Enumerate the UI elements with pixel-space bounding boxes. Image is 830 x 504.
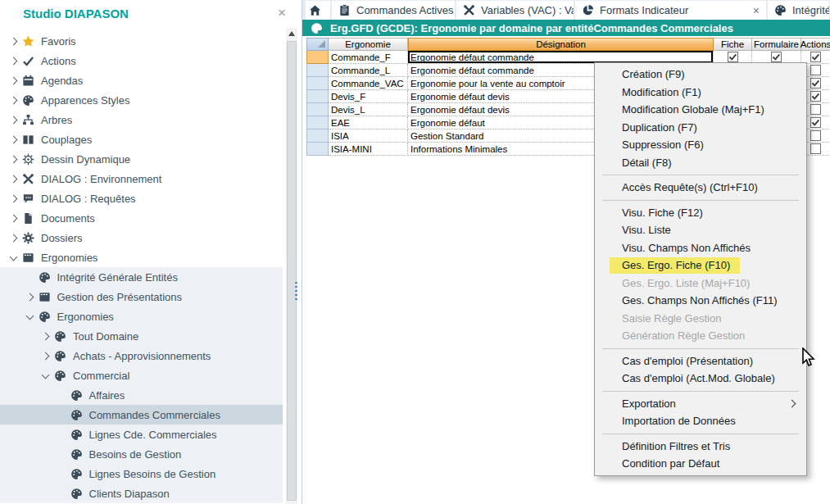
menu-item-creation-f9[interactable]: Création (F9) bbox=[595, 66, 806, 84]
chevron-right-icon[interactable] bbox=[7, 235, 20, 241]
chevron-down-icon[interactable] bbox=[7, 256, 20, 260]
menu-item-exportation[interactable]: Exportation bbox=[595, 395, 806, 413]
tab-close-icon[interactable]: × bbox=[454, 4, 456, 17]
chevron-right-icon[interactable] bbox=[7, 196, 20, 202]
menu-item-detail-f8[interactable]: Détail (F8) bbox=[595, 154, 806, 172]
menu-item-acces-requete-s-ctrl-f10[interactable]: Accès Requête(s) (Ctrl+F10) bbox=[595, 179, 806, 197]
sidebar-item-dossiers[interactable]: Dossiers bbox=[0, 228, 283, 247]
menu-item-suppression-f6[interactable]: Suppression (F6) bbox=[595, 136, 806, 154]
menu-item-duplication-f7[interactable]: Duplication (F7) bbox=[595, 119, 806, 137]
cell-ergonomie[interactable]: Devis_L bbox=[329, 103, 408, 116]
menu-item-cas-d-emploi-act-mod-globale[interactable]: Cas d'emploi (Act.Mod. Globale) bbox=[595, 370, 806, 388]
chevron-down-icon[interactable] bbox=[39, 374, 52, 378]
sidebar-item-actions[interactable]: Actions bbox=[0, 51, 283, 70]
tab-close-icon[interactable]: × bbox=[745, 4, 760, 17]
sidebar-item-ergonomies[interactable]: Ergonomies bbox=[0, 306, 283, 326]
menu-item-modification-globale-maj-f1[interactable]: Modification Globale (Maj+F1) bbox=[595, 101, 806, 119]
tab-commandes-actives[interactable]: Commandes Actives× bbox=[332, 1, 455, 20]
chevron-right-icon[interactable] bbox=[7, 39, 20, 44]
row-selector[interactable] bbox=[306, 51, 329, 64]
scroll-up-icon[interactable] bbox=[286, 28, 297, 39]
sidebar-item-arbres[interactable]: Arbres bbox=[0, 110, 283, 129]
sidebar-item-tout-domaine[interactable]: Tout Domaine bbox=[0, 326, 283, 346]
cell-ergonomie[interactable]: ISIA bbox=[329, 129, 408, 143]
sidebar-close-icon[interactable]: × bbox=[278, 6, 286, 20]
menu-item-cas-d-emploi-presentation[interactable]: Cas d'emploi (Présentation) bbox=[595, 352, 806, 370]
sidebar-item-apparences-styles[interactable]: Apparences Styles bbox=[0, 90, 283, 110]
tab-variables-vac-variabl[interactable]: Variables (VAC) : Variabl...× bbox=[456, 1, 574, 20]
sidebar-item-integrite-generale-entites[interactable]: Intégrité Générale Entités bbox=[0, 267, 283, 287]
sidebar-item-agendas[interactable]: Agendas bbox=[0, 70, 283, 90]
sidebar-item-dialog-environnement[interactable]: DIALOG : Environnement bbox=[0, 169, 283, 188]
sidebar-item-dialog-requetes[interactable]: DIALOG : Requêtes bbox=[0, 188, 283, 208]
tab-integrite[interactable]: Intégrité bbox=[768, 1, 829, 20]
cell-ergonomie[interactable]: Commande_L bbox=[329, 64, 408, 77]
chevron-right-icon[interactable] bbox=[7, 98, 20, 103]
menu-item-importation-de-donnees[interactable]: Importation de Données bbox=[595, 412, 806, 430]
tab-home[interactable] bbox=[306, 1, 330, 20]
sidebar-item-achats-approvisionnements[interactable]: Achats - Approvisionnements bbox=[0, 346, 283, 366]
checkbox-checked-icon[interactable] bbox=[728, 52, 738, 62]
checkbox-checked-icon[interactable] bbox=[810, 52, 821, 62]
row-selector[interactable] bbox=[306, 129, 329, 143]
checkbox-checked-icon[interactable] bbox=[810, 78, 821, 89]
sidebar-item-commandes-commerciales[interactable]: Commandes Commerciales bbox=[0, 405, 283, 425]
sidebar-scrollbar[interactable] bbox=[286, 28, 297, 504]
sidebar-item-clients-diapason[interactable]: Clients Diapason bbox=[0, 484, 283, 503]
column-header-actions[interactable]: Actions bbox=[801, 38, 830, 51]
sidebar-item-dessin-dynamique[interactable]: Dessin Dynamique bbox=[0, 149, 283, 169]
splitter-handle-icon[interactable] bbox=[295, 279, 298, 302]
column-header-designation[interactable]: Désignation bbox=[408, 38, 714, 51]
row-selector[interactable] bbox=[306, 90, 329, 103]
menu-item-ges-ergo-fiche-f10[interactable]: Ges. Ergo. Fiche (F10) bbox=[595, 257, 806, 275]
checkbox-checked-icon[interactable] bbox=[810, 91, 821, 102]
cell-ergonomie[interactable]: ISIA-MINI bbox=[329, 143, 408, 156]
sidebar-item-lignes-besoins-de-gestion[interactable]: Lignes Besoins de Gestion bbox=[0, 464, 283, 484]
cell-ergonomie[interactable]: EAE bbox=[329, 116, 408, 129]
sidebar-item-lignes-cde-commerciales[interactable]: Lignes Cde. Commerciales bbox=[0, 425, 283, 444]
chevron-right-icon[interactable] bbox=[23, 294, 37, 300]
sidebar-item-gestion-des-presentations[interactable]: Gestion des Présentations bbox=[0, 287, 283, 306]
row-selector[interactable] bbox=[306, 64, 329, 77]
sidebar-item-favoris[interactable]: Favoris bbox=[0, 31, 283, 51]
checkbox-unchecked-icon[interactable] bbox=[810, 65, 821, 75]
row-selector[interactable] bbox=[306, 103, 329, 116]
menu-item-condition-par-defaut[interactable]: Condition par Défaut bbox=[595, 455, 806, 473]
column-header-formulaire[interactable]: Formulaire bbox=[752, 38, 801, 51]
menu-item-visu-champs-non-affiches[interactable]: Visu. Champs Non Affichés bbox=[595, 239, 806, 257]
chevron-down-icon[interactable] bbox=[23, 315, 37, 319]
checkbox-checked-icon[interactable] bbox=[810, 117, 821, 128]
chevron-right-icon[interactable] bbox=[7, 117, 20, 123]
column-header-fiche[interactable]: Fiche bbox=[714, 38, 752, 51]
cell-ergonomie[interactable]: Devis_F bbox=[329, 90, 408, 103]
menu-item-modification-f1[interactable]: Modification (F1) bbox=[595, 84, 806, 102]
menu-item-visu-fiche-f12[interactable]: Visu. Fiche (F12) bbox=[595, 204, 806, 222]
chevron-right-icon[interactable] bbox=[39, 334, 52, 339]
menu-item-visu-liste[interactable]: Visu. Liste bbox=[595, 221, 806, 239]
sidebar-item-affaires[interactable]: Affaires bbox=[0, 385, 283, 405]
checkbox-unchecked-icon[interactable] bbox=[810, 104, 821, 115]
sidebar-item-commercial[interactable]: Commercial bbox=[0, 366, 283, 385]
column-header-ergonomie[interactable]: Ergonomie bbox=[329, 38, 408, 51]
checkbox-unchecked-icon[interactable] bbox=[810, 130, 821, 141]
sidebar-item-besoins-de-gestion[interactable]: Besoins de Gestion bbox=[0, 444, 283, 464]
sidebar-item-ergonomies[interactable]: Ergonomies bbox=[0, 247, 283, 267]
chevron-right-icon[interactable] bbox=[7, 157, 20, 162]
select-all-cell[interactable] bbox=[306, 38, 329, 51]
chevron-right-icon[interactable] bbox=[7, 216, 20, 221]
checkbox-unchecked-icon[interactable] bbox=[810, 143, 821, 154]
sidebar-item-documents[interactable]: Documents bbox=[0, 208, 283, 228]
menu-item-definition-filtres-et-tris[interactable]: Définition Filtres et Tris bbox=[595, 438, 806, 456]
sidebar-item-couplages[interactable]: Couplages bbox=[0, 129, 283, 149]
cell-ergonomie[interactable]: Commande_F bbox=[329, 51, 408, 64]
row-selector[interactable] bbox=[306, 116, 329, 129]
cell-ergonomie[interactable]: Commande_VAC bbox=[329, 77, 408, 90]
chevron-right-icon[interactable] bbox=[7, 78, 20, 84]
chevron-right-icon[interactable] bbox=[39, 353, 52, 359]
checkbox-checked-icon[interactable] bbox=[771, 52, 782, 62]
row-selector[interactable] bbox=[306, 143, 329, 156]
chevron-right-icon[interactable] bbox=[7, 137, 20, 143]
scrollbar-thumb[interactable] bbox=[287, 41, 297, 501]
chevron-right-icon[interactable] bbox=[7, 58, 20, 64]
tab-formats-indicateur[interactable]: Formats Indicateur× bbox=[575, 1, 766, 20]
